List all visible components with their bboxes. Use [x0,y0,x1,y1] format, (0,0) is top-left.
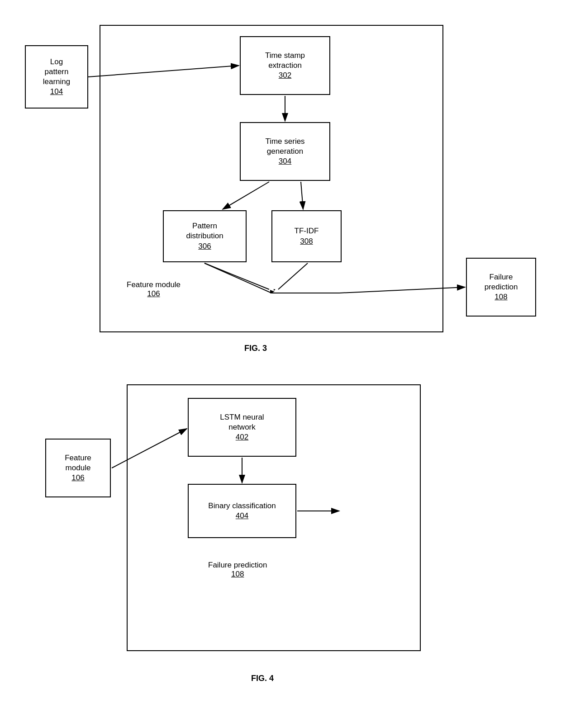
pattern-dist-text: Patterndistribution306 [186,221,223,251]
failure-pred-4-ref: 108 [231,570,244,578]
fig3-caption-text: FIG. 3 [244,344,267,353]
lstm-text: LSTM neuralnetwork402 [220,412,264,442]
log-pattern-ref: 104 [50,87,63,96]
failure-pred-4-label: Failure prediction108 [208,561,267,579]
feature-module-text: Feature module106 [127,280,181,298]
fig4-caption-text: FIG. 4 [251,674,274,683]
binary-text: Binary classification404 [208,501,276,521]
tfidf-text: TF-IDF308 [295,226,319,246]
failure-pred-4-text: Failure prediction108 [208,561,267,578]
box-pattern-dist: Patterndistribution306 [163,210,247,262]
box-tfidf: TF-IDF308 [271,210,342,262]
box-log-pattern: Logpatternlearning104 [25,45,88,109]
fig4-caption: FIG. 4 [251,674,274,683]
tfidf-ref: 308 [300,237,313,246]
timestamp-ref: 302 [279,71,291,80]
fig3-caption: FIG. 3 [244,344,267,353]
failure-pred-3-ref: 108 [494,293,507,301]
box-lstm: LSTM neuralnetwork402 [188,398,296,457]
feature-module-ref: 106 [147,289,160,298]
box-feature-module-4: Featuremodule106 [45,439,111,497]
feature-module-4-text: Featuremodule106 [65,453,91,483]
timeseries-ref: 304 [279,157,291,165]
timeseries-text: Time seriesgeneration304 [265,137,304,166]
timestamp-text: Time stampextraction302 [265,51,305,80]
feature-module-4-ref: 106 [71,473,84,482]
log-pattern-text: Logpatternlearning104 [43,57,71,97]
lstm-ref: 402 [236,433,248,441]
pattern-dist-ref: 306 [198,242,211,251]
feature-module-label: Feature module106 [127,280,181,298]
box-timeseries: Time seriesgeneration304 [240,122,330,181]
box-binary: Binary classification404 [188,484,296,538]
box-timestamp: Time stampextraction302 [240,36,330,95]
box-failure-pred-3: Failureprediction108 [466,258,536,317]
failure-pred-3-text: Failureprediction108 [485,272,518,302]
diagram-container: Logpatternlearning104 Time stampextracti… [0,0,561,728]
binary-ref: 404 [236,511,248,520]
